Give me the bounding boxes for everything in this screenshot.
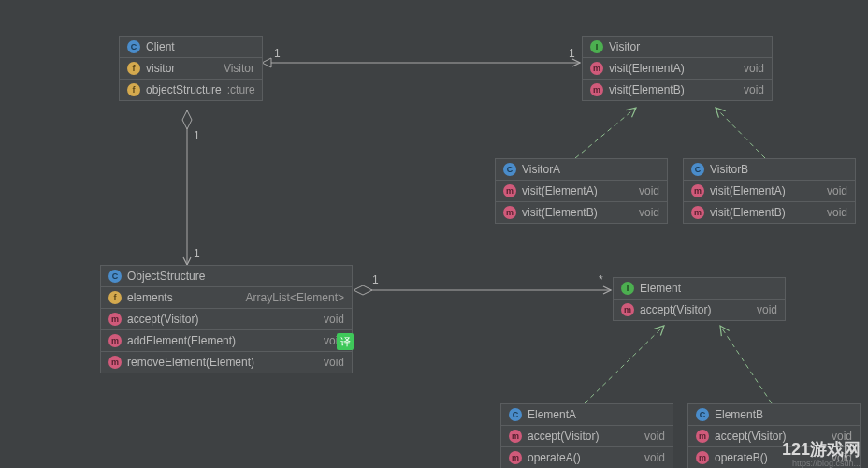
mult-label: * <box>599 273 603 286</box>
method-icon: m <box>696 430 709 443</box>
svg-line-5 <box>716 108 765 158</box>
method-label: visit(ElementB) <box>522 206 633 219</box>
class-visitorA[interactable]: CVisitorA mvisit(ElementA)void mvisit(El… <box>495 158 668 224</box>
method-type: void <box>744 83 764 96</box>
field-icon: f <box>127 62 140 75</box>
method-label: accept(Visitor) <box>528 430 639 443</box>
watermark-url: https://blog.csdn... <box>792 459 861 468</box>
method-label: visit(ElementA) <box>609 62 738 75</box>
method-type: void <box>757 303 777 316</box>
method-type: void <box>639 184 659 197</box>
method-label: addElement(Element) <box>127 334 318 347</box>
mult-label: 1 <box>194 247 200 260</box>
svg-marker-7 <box>354 285 372 295</box>
class-icon: C <box>108 270 122 283</box>
method-type: void <box>644 451 665 464</box>
interface-element[interactable]: IElement maccept(Visitor)void <box>613 277 786 321</box>
method-icon: m <box>696 451 709 464</box>
class-name: Visitor <box>609 40 640 53</box>
field-label: objectStructure <box>146 83 222 96</box>
field-icon: f <box>108 291 122 304</box>
method-label: removeElement(Element) <box>127 356 318 369</box>
field-icon: f <box>127 83 140 96</box>
method-type: void <box>644 430 665 443</box>
svg-line-4 <box>575 108 636 158</box>
method-icon: m <box>590 62 603 75</box>
field-type: Visitor <box>224 62 254 75</box>
method-icon: m <box>691 184 704 197</box>
method-label: visit(ElementA) <box>522 184 633 197</box>
translate-badge[interactable]: 译 <box>337 333 354 350</box>
svg-line-9 <box>720 326 772 403</box>
method-type: void <box>639 206 659 219</box>
mult-label: 1 <box>274 47 281 60</box>
field-label: visitor <box>146 62 218 75</box>
method-type: void <box>827 184 847 197</box>
watermark: 121游戏网 <box>782 438 861 461</box>
method-type: void <box>827 206 847 219</box>
mult-label: 1 <box>569 47 575 60</box>
interface-icon: I <box>621 282 634 295</box>
svg-marker-3 <box>182 110 192 129</box>
method-icon: m <box>509 430 522 443</box>
class-name: ElementA <box>528 408 576 421</box>
mult-label: 1 <box>372 273 379 286</box>
method-icon: m <box>621 303 634 316</box>
class-icon: C <box>127 40 140 53</box>
interface-icon: I <box>590 40 603 53</box>
method-icon: m <box>503 206 516 219</box>
method-icon: m <box>503 184 516 197</box>
method-icon: m <box>108 334 122 347</box>
method-type: void <box>744 62 764 75</box>
class-client[interactable]: CClient fvisitorVisitor fobjectStructure… <box>119 36 263 101</box>
svg-line-8 <box>585 326 664 403</box>
field-type: ArrayList<Element> <box>246 291 344 304</box>
method-label: visit(ElementB) <box>710 206 821 219</box>
method-label: operateA() <box>528 451 639 464</box>
class-icon: C <box>691 163 704 176</box>
interface-visitor[interactable]: IVisitor mvisit(ElementA)void mvisit(Ele… <box>582 36 773 101</box>
method-label: visit(ElementA) <box>710 184 821 197</box>
method-label: accept(Visitor) <box>127 313 318 326</box>
field-type: :cture <box>227 83 255 96</box>
field-label: elements <box>127 291 240 304</box>
class-name: ObjectStructure <box>127 270 205 283</box>
mult-label: 1 <box>194 129 200 142</box>
class-visitorB[interactable]: CVisitorB mvisit(ElementA)void mvisit(El… <box>683 158 856 224</box>
class-name: ElementB <box>715 408 763 421</box>
class-name: VisitorB <box>710 163 748 176</box>
class-name: Client <box>146 40 175 53</box>
method-icon: m <box>108 313 122 326</box>
class-icon: C <box>509 408 522 421</box>
svg-marker-1 <box>262 58 271 67</box>
method-icon: m <box>108 356 122 369</box>
class-name: Element <box>640 282 681 295</box>
method-icon: m <box>509 451 522 464</box>
method-icon: m <box>590 83 603 96</box>
class-icon: C <box>503 163 516 176</box>
method-type: void <box>324 356 344 369</box>
class-objectStructure[interactable]: CObjectStructure felementsArrayList<Elem… <box>100 265 353 373</box>
method-type: void <box>324 313 344 326</box>
class-name: VisitorA <box>522 163 560 176</box>
method-label: visit(ElementB) <box>609 83 738 96</box>
method-label: accept(Visitor) <box>640 303 751 316</box>
class-icon: C <box>696 408 709 421</box>
class-elementA[interactable]: CElementA maccept(Visitor)void moperateA… <box>500 403 673 468</box>
method-icon: m <box>691 206 704 219</box>
